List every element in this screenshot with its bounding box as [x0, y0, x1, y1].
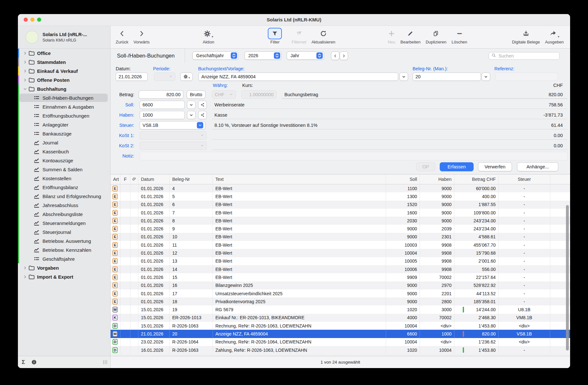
sidebar-item-kontoauszüge[interactable]: Kontoauszüge — [18, 156, 110, 165]
table-row[interactable]: E01.01.20264EB-Wert1100900060’000.00- — [111, 184, 570, 192]
sidebar-item-bilanz-und-erfolgsrechnung[interactable]: Bilanz und Erfolgsrechnung — [18, 192, 110, 201]
table-row[interactable]: E01.01.202613EB-Wert1000599082’001.60- — [111, 257, 570, 265]
table-row[interactable]: E01.01.20266EB-Wert152090001’887.55- — [111, 201, 570, 209]
sidebar-item-eröffnungsbuchungen[interactable]: Eröffnungsbuchungen — [18, 111, 110, 120]
sidebar-item-bankauszüge[interactable]: Bankauszüge — [18, 129, 110, 138]
sidebar-item-journal[interactable]: Journal — [18, 138, 110, 147]
toolbar-button-refresh[interactable]: Aktualisieren — [309, 28, 338, 47]
toolbar-button-action[interactable]: ▾Aktion — [200, 28, 217, 47]
sum-button[interactable]: Σ — [22, 359, 25, 366]
sidebar-item-kostenstellen[interactable]: Kostenstellen — [18, 174, 110, 183]
table-row[interactable]: K15.01.2026ER-2026-1013Einkauf Nr.: ER-2… — [111, 314, 570, 322]
template-gear-button[interactable]: ▾ — [180, 73, 193, 81]
datum-input[interactable] — [119, 74, 145, 79]
toolbar-button-digital[interactable]: Digitale Belege — [509, 28, 542, 47]
column-header-datum[interactable]: Datum — [138, 174, 170, 184]
chevron-right-icon[interactable] — [23, 51, 28, 55]
chevron-right-icon[interactable] — [23, 78, 28, 82]
toolbar-button-forward[interactable]: Vorwärts — [131, 28, 152, 47]
zoom-window-button[interactable] — [37, 18, 41, 22]
toolbar-button-back[interactable]: Zurück — [113, 28, 131, 47]
sidebar-item-eröffnungsbilanz[interactable]: Eröffnungsbilanz — [18, 183, 110, 192]
table-row[interactable]: E01.01.202618Privatkontenvortrag 2025900… — [111, 297, 570, 305]
table-row[interactable]: E01.01.20267EB-Wert16009000109’800.00- — [111, 209, 570, 217]
toolbar-button-output[interactable]: ▾Ausgeben — [542, 28, 566, 47]
table-row[interactable]: M15.01.202619RG 56791020300014’244.00U8.… — [111, 305, 570, 313]
chevron-right-icon[interactable] — [23, 69, 28, 73]
referenz-input[interactable] — [498, 74, 555, 79]
kost2-select[interactable] — [140, 142, 207, 150]
betrag-input[interactable] — [142, 92, 181, 97]
chevron-down-icon[interactable] — [23, 87, 28, 91]
anhaenge-button[interactable]: Anhänge... — [517, 162, 558, 171]
chevron-right-icon[interactable] — [23, 275, 28, 279]
haben-input[interactable] — [143, 112, 182, 118]
sidebar-item-betriebsw-kennzahlen[interactable]: Betriebsw. Kennzahlen — [18, 245, 110, 254]
table-row[interactable]: D23.02.2026R-2026-1064Rechnung, ReNr: R-… — [111, 338, 570, 346]
sidebar-resize-handle[interactable] — [103, 360, 107, 364]
column-header-soll[interactable]: Soll — [386, 174, 420, 184]
search-input[interactable] — [498, 53, 557, 59]
sidebar-item-soll-haben-buchungen[interactable]: Soll-/Haben-Buchungen — [18, 93, 110, 102]
table-row[interactable]: E01.01.202610EB-Wert900023014’588.61- — [111, 233, 570, 241]
table-row[interactable]: D15.01.2026R-2026-1063Rechnung, ReNr: R-… — [111, 322, 570, 330]
soll-share-button[interactable] — [198, 101, 207, 109]
table-row[interactable]: E01.01.20269EB-Wert90002039243’234.00- — [111, 225, 570, 233]
search-field[interactable] — [489, 52, 560, 60]
op-button[interactable]: OP — [416, 162, 435, 171]
toolbar-button-duplicate[interactable]: Duplizieren — [423, 28, 449, 47]
company-switcher[interactable]: Solaris Ltd (nRLR-... Solaris KMU nRLG — [18, 26, 111, 48]
table-row[interactable]: E01.01.202614EB-Wert100069908556.00- — [111, 265, 570, 273]
soll-dropdown-button[interactable] — [187, 101, 196, 109]
kurs-field[interactable]: 1.00000000 — [241, 90, 276, 99]
sidebar-item-einnahmen-ausgaben[interactable]: Einnahmen & Ausgaben — [18, 102, 110, 111]
column-header-text[interactable]: Text — [213, 174, 386, 184]
column-header-f[interactable]: F — [120, 174, 130, 184]
sidebar-item-betriebsw-auswertung[interactable]: Betriebsw. Auswertung — [18, 236, 110, 245]
haben-dropdown-button[interactable] — [187, 111, 196, 119]
verwerfen-button[interactable]: Verwerfen — [478, 162, 512, 171]
steuer-select[interactable]: VS8.1B — [140, 121, 205, 129]
column-header-steuer[interactable]: Steuer — [499, 174, 550, 184]
column-header-beleg[interactable]: Beleg-Nr — [170, 174, 213, 184]
previous-period-button[interactable] — [331, 51, 339, 60]
beleg-nr-input[interactable] — [415, 74, 478, 79]
column-header-art[interactable]: Art — [111, 174, 120, 184]
soll-input[interactable] — [143, 102, 182, 107]
buchungstext-input[interactable] — [201, 74, 395, 79]
sidebar-item-stammdaten[interactable]: Stammdaten — [18, 58, 110, 66]
table-row[interactable]: E01.01.202611EB-Wert100039908455’067.70- — [111, 241, 570, 249]
sidebar-item-steuerjournal[interactable]: Steuerjournal — [18, 227, 110, 236]
erfassen-button[interactable]: Erfassen — [440, 162, 474, 171]
sidebar-item-anlagegüter[interactable]: Anlagegüter — [18, 120, 110, 129]
sidebar-item-einkauf-verkauf[interactable]: Einkauf & Verkauf — [18, 66, 110, 75]
sidebar-item-abschreibungsliste[interactable]: Abschreibungsliste — [18, 210, 110, 219]
table-row[interactable]: E01.01.202615EB-Wert99097000222’157.64- — [111, 273, 570, 281]
toolbar-button-edit[interactable]: Bearbeiten — [398, 28, 423, 47]
column-header-tail[interactable] — [550, 174, 570, 184]
periode-select[interactable] — [154, 73, 175, 81]
sidebar-item-buchhaltung[interactable]: Buchhaltung — [18, 84, 110, 93]
sidebar-item-office[interactable]: Office — [18, 49, 110, 58]
vertical-scrollbar[interactable] — [566, 205, 569, 350]
notiz-input[interactable] — [143, 154, 565, 159]
sidebar-item-import-export[interactable]: Import & Export — [18, 272, 110, 281]
waehrung-select[interactable]: CHF — [212, 90, 236, 99]
sidebar-item-vorgaben[interactable]: Vorgaben — [18, 263, 110, 272]
column-header-haben[interactable]: Haben — [420, 174, 454, 184]
minimize-window-button[interactable] — [30, 18, 35, 22]
beleg-nr-dropdown-button[interactable] — [482, 73, 490, 81]
info-button[interactable] — [31, 359, 37, 365]
table-row[interactable]: E01.01.202616Bilanzgewinn 20259000297052… — [111, 281, 570, 289]
table-row[interactable]: E01.01.202617Umsatzsteuerverbindlichkeit… — [111, 289, 570, 297]
table-row[interactable]: E01.01.20265EB-Wert13009000400.00- — [111, 192, 570, 200]
brutto-button[interactable]: Brutto — [187, 90, 205, 99]
sidebar-item-steueranmeldungen[interactable]: Steueranmeldungen — [18, 219, 110, 227]
table-row[interactable]: M21.01.202620Anzeige NZZ, FA 48590046600… — [111, 330, 570, 338]
year-select[interactable]: 2026 — [244, 51, 282, 60]
haben-share-button[interactable] — [198, 111, 207, 119]
chevron-right-icon[interactable] — [23, 266, 28, 270]
table-row[interactable]: D16.01.2026R-2026-1063Zahlung, ReNr: R-2… — [111, 346, 570, 354]
sidebar-item-summen-salden[interactable]: Summen & Salden — [18, 165, 110, 174]
kost1-select[interactable] — [140, 131, 207, 140]
